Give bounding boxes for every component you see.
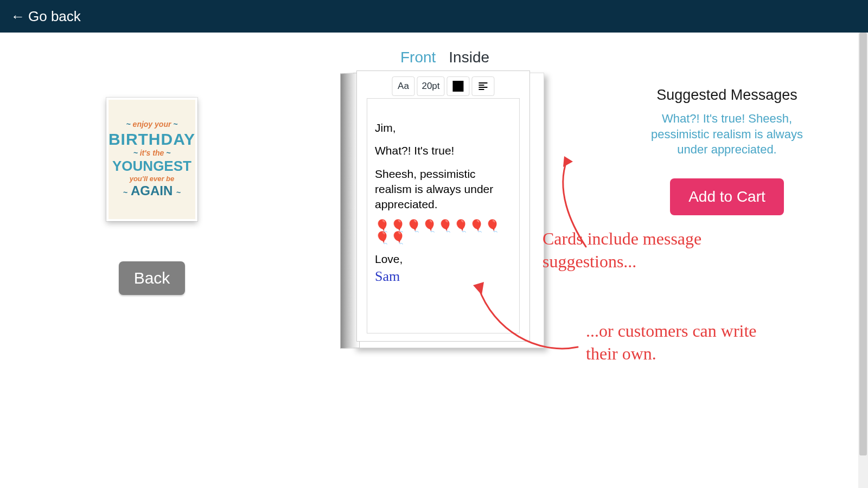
app-header: ← Go back (0, 0, 868, 33)
go-back-link[interactable]: ← Go back (11, 8, 81, 25)
message-textarea[interactable]: Jim, What?! It's true! Sheesh, pessimist… (367, 98, 520, 333)
color-swatch-icon (453, 81, 464, 92)
card-back-button[interactable]: Back (119, 261, 186, 295)
svg-rect-3 (479, 89, 484, 90)
add-to-cart-button[interactable]: Add to Cart (670, 178, 784, 215)
go-back-label: Go back (28, 8, 81, 25)
card-thumbnail-art: ~ enjoy your ~ BIRTHDAY ~ it's the ~ YOU… (108, 100, 195, 219)
tab-front[interactable]: Front (400, 49, 436, 66)
font-size-button[interactable]: 20pt (417, 76, 444, 96)
text-align-button[interactable] (472, 76, 495, 96)
tab-inside[interactable]: Inside (449, 49, 489, 66)
svg-rect-2 (479, 87, 488, 88)
text-toolbar: Aa 20pt (390, 74, 496, 98)
right-column: Suggested Messages What?! It's true! She… (586, 33, 868, 215)
scrollbar-thumb[interactable] (859, 33, 867, 455)
message-line2: Sheesh, pessimistic realism is always un… (375, 166, 512, 213)
balloon-emoji-row: 🎈🎈🎈🎈🎈🎈🎈🎈🎈🎈 (375, 220, 512, 244)
svg-rect-0 (479, 82, 488, 84)
main-content: ~ enjoy your ~ BIRTHDAY ~ it's the ~ YOU… (0, 33, 868, 488)
scrollbar[interactable] (858, 33, 868, 488)
suggested-message-item[interactable]: What?! It's true! Sheesh, pessimistic re… (646, 111, 808, 158)
align-left-icon (478, 81, 488, 91)
suggested-messages-title: Suggested Messages (656, 87, 797, 104)
font-picker-button[interactable]: Aa (392, 76, 414, 96)
message-closing: Love, (375, 252, 512, 267)
message-signature: Sam (375, 267, 512, 286)
center-column: Front Inside Aa 20pt (304, 33, 586, 350)
message-line1: What?! It's true! (375, 143, 512, 158)
arrow-left-icon: ← (11, 9, 25, 23)
card-face-tabs: Front Inside (400, 49, 489, 66)
annotation-text-2: ...or customers can write their own. (586, 320, 781, 365)
font-color-button[interactable] (447, 76, 470, 96)
svg-rect-1 (479, 85, 484, 86)
card-thumbnail[interactable]: ~ enjoy your ~ BIRTHDAY ~ it's the ~ YOU… (106, 98, 197, 221)
card-editor: Aa 20pt Jim, (340, 70, 550, 350)
message-greeting: Jim, (375, 120, 512, 136)
left-column: ~ enjoy your ~ BIRTHDAY ~ it's the ~ YOU… (0, 33, 304, 295)
card-page-front-sheet: Aa 20pt Jim, (356, 70, 530, 342)
